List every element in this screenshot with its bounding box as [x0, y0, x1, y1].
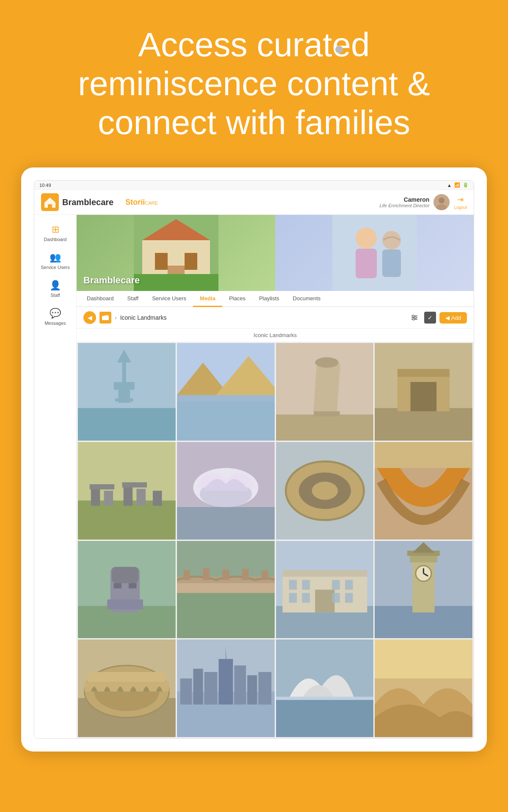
hero-section: Access curated reminiscence content & co… — [0, 0, 508, 159]
grid-item-7[interactable] — [276, 442, 374, 540]
tab-documents[interactable]: Documents — [286, 291, 328, 307]
grid-item-13[interactable] — [78, 639, 176, 737]
svg-rect-116 — [218, 659, 233, 705]
grid-item-9[interactable] — [78, 541, 176, 639]
svg-rect-88 — [289, 580, 296, 590]
gallery-title: Iconic Landmarks — [77, 329, 474, 342]
tab-service-users[interactable]: Service Users — [145, 291, 193, 307]
main-layout: ⊞ Dashboard 👥 Service Users 👤 Staff — [34, 215, 474, 738]
svg-point-3 — [439, 198, 444, 203]
image-grid — [77, 342, 474, 738]
svg-rect-31 — [130, 398, 133, 402]
grid-item-15[interactable] — [276, 639, 374, 737]
tab-places[interactable]: Places — [222, 291, 252, 307]
svg-rect-66 — [375, 442, 472, 468]
svg-rect-118 — [247, 675, 257, 705]
filter-button[interactable] — [408, 311, 421, 324]
user-name-role: Cameron Life Enrichment Director — [379, 196, 429, 208]
grid-item-11[interactable] — [276, 541, 374, 639]
back-button[interactable]: ◀ — [83, 311, 96, 324]
svg-point-23 — [413, 318, 414, 320]
svg-rect-89 — [302, 580, 309, 590]
svg-rect-82 — [177, 593, 275, 639]
app-logo: Bramblecare — [41, 193, 113, 211]
svg-rect-46 — [411, 382, 437, 398]
org-banner: Bramblecare — [77, 215, 474, 291]
svg-rect-94 — [332, 593, 340, 603]
signal-icon: 📶 — [454, 182, 460, 188]
logout-icon: ⇥ — [457, 195, 464, 204]
grid-item-16[interactable] — [375, 639, 472, 737]
user-info: Cameron Life Enrichment Director ⇥ — [379, 194, 467, 210]
sidebar-item-messages[interactable]: 💬 Messages — [37, 304, 74, 330]
grid-item-5[interactable] — [78, 442, 176, 540]
svg-rect-77 — [183, 570, 190, 580]
sidebar-item-staff[interactable]: 👤 Staff — [37, 276, 74, 302]
svg-rect-47 — [398, 369, 450, 377]
svg-rect-78 — [203, 568, 209, 580]
svg-rect-119 — [258, 672, 271, 705]
grid-item-2[interactable] — [177, 343, 275, 441]
grid-item-14[interactable] — [177, 639, 275, 737]
svg-rect-87 — [315, 590, 334, 612]
svg-rect-56 — [153, 491, 162, 505]
media-toolbar: ◀ › Iconic Landmarks — [77, 307, 474, 329]
svg-rect-29 — [118, 390, 130, 403]
svg-rect-93 — [302, 593, 309, 603]
grid-item-8[interactable] — [375, 442, 472, 540]
svg-point-15 — [382, 231, 401, 250]
tab-media[interactable]: Media — [193, 291, 222, 307]
svg-rect-115 — [204, 672, 217, 705]
svg-point-64 — [312, 482, 338, 500]
svg-rect-91 — [345, 580, 353, 590]
grid-item-6[interactable] — [177, 442, 275, 540]
svg-rect-90 — [332, 580, 340, 590]
grid-item-10[interactable] — [177, 541, 275, 639]
grid-item-4[interactable] — [375, 343, 472, 441]
logout-label: Logout — [454, 205, 467, 210]
svg-rect-52 — [90, 484, 114, 489]
svg-rect-9 — [185, 253, 197, 270]
storii-brand: Storii CARE — [125, 198, 158, 207]
user-role: Life Enrichment Director — [379, 203, 429, 208]
content-area: Bramblecare Dashboard Staff Service User… — [77, 215, 474, 738]
dashboard-icon: ⊞ — [52, 224, 59, 235]
svg-point-21 — [412, 315, 414, 317]
svg-rect-123 — [276, 697, 374, 700]
tab-dashboard[interactable]: Dashboard — [80, 291, 121, 307]
svg-rect-43 — [375, 408, 472, 441]
tablet-screen: 10:49 ▲ 📶 🔋 — [34, 180, 474, 739]
org-logo-img — [41, 193, 59, 211]
svg-rect-54 — [136, 489, 146, 506]
sidebar-label-staff: Staff — [50, 293, 60, 298]
org-name: Bramblecare — [62, 198, 113, 207]
sidebar-item-dashboard[interactable]: ⊞ Dashboard — [37, 220, 74, 246]
svg-rect-55 — [122, 482, 147, 487]
add-button[interactable]: ◀ Add — [439, 312, 467, 324]
svg-rect-81 — [262, 570, 268, 580]
grid-item-12[interactable] — [375, 541, 472, 639]
svg-rect-73 — [129, 583, 136, 588]
staff-icon: 👤 — [50, 280, 61, 291]
tab-playlists[interactable]: Playlists — [252, 291, 286, 307]
select-all-button[interactable]: ✓ — [424, 312, 436, 324]
svg-rect-80 — [242, 569, 248, 580]
grid-item-3[interactable] — [276, 343, 374, 441]
svg-rect-1 — [48, 204, 52, 208]
brand-name: Storii — [125, 198, 145, 207]
grid-item-1[interactable] — [78, 343, 176, 441]
logout-button[interactable]: ⇥ Logout — [454, 195, 467, 210]
svg-rect-53 — [124, 486, 133, 505]
sidebar: ⊞ Dashboard 👥 Service Users 👤 Staff — [34, 215, 77, 738]
svg-rect-17 — [102, 316, 109, 320]
sidebar-label-messages: Messages — [44, 321, 66, 326]
svg-rect-38 — [276, 414, 374, 441]
svg-rect-95 — [345, 593, 353, 603]
svg-rect-122 — [276, 698, 374, 737]
sidebar-item-service-users[interactable]: 👥 Service Users — [37, 248, 74, 274]
svg-point-22 — [414, 317, 416, 318]
tab-staff[interactable]: Staff — [121, 291, 146, 307]
svg-rect-92 — [289, 593, 296, 603]
svg-rect-110 — [88, 672, 166, 682]
app-header: Bramblecare Storii CARE Cameron Life Enr… — [34, 190, 474, 215]
